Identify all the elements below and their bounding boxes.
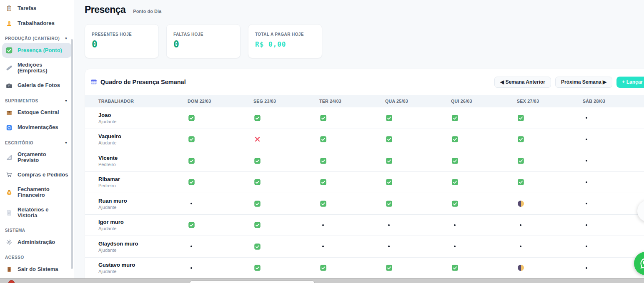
worker-name: Gustavo muro [98, 262, 188, 268]
stat-label: TOTAL A PAGAR HOJE [255, 32, 315, 37]
attendance-cell[interactable] [451, 215, 517, 236]
attendance-cell[interactable] [253, 258, 319, 279]
attendance-cell[interactable] [188, 193, 253, 214]
sidebar-section-header[interactable]: PRODUÇÃO (CANTEIRO) ▼ [0, 31, 74, 43]
launch-button[interactable]: + Lançar [616, 77, 644, 88]
attendance-cell[interactable] [319, 258, 385, 279]
attendance-cell[interactable] [253, 150, 319, 171]
attendance-cell[interactable] [319, 107, 385, 129]
attendance-cell[interactable] [583, 107, 644, 129]
present-check-icon [188, 222, 195, 228]
attendance-cell[interactable] [319, 172, 385, 193]
sidebar-item-trabalhadores[interactable]: Trabalhadores [2, 16, 72, 31]
attendance-cell[interactable] [451, 129, 517, 150]
previous-week-button[interactable]: ◀ Semana Anterior [494, 77, 551, 88]
sidebar-item-medicoes-empreitas[interactable]: Medições (Empreitas) [2, 58, 72, 78]
attendance-cell[interactable] [583, 236, 644, 257]
sidebar-item-estoque-central[interactable]: Estoque Central [2, 105, 72, 120]
attendance-cell[interactable] [451, 107, 517, 129]
ruler-icon [6, 65, 13, 71]
sidebar-item-orcamento-previsto[interactable]: Orçamento Previsto [2, 147, 72, 168]
attendance-cell[interactable] [517, 236, 583, 257]
sidebar-section-header[interactable]: ACESSO [0, 250, 74, 262]
empty-dot-icon [586, 267, 587, 269]
attendance-cell[interactable] [385, 150, 451, 171]
sidebar-item-label: Sair do Sistema [18, 266, 58, 272]
sidebar-item-relatorios-e-vistoria[interactable]: Relatórios e Vistoria [2, 203, 72, 223]
cart-icon [6, 171, 13, 178]
empty-dot-icon [322, 246, 324, 247]
attendance-cell[interactable] [319, 129, 385, 150]
attendance-cell[interactable] [319, 193, 385, 214]
attendance-cell[interactable] [583, 193, 644, 214]
sidebar-section-header[interactable]: ESCRITÓRIO ▼ [0, 135, 74, 147]
attendance-cell[interactable] [385, 193, 451, 214]
attendance-cell[interactable] [253, 129, 319, 150]
attendance-cell[interactable] [517, 129, 583, 150]
sidebar-item-sair-do-sistema[interactable]: Sair do Sistema [2, 262, 72, 277]
attendance-cell[interactable] [319, 236, 385, 257]
attendance-cell[interactable] [517, 150, 583, 171]
sidebar-item-tarefas[interactable]: Tarefas [2, 1, 72, 16]
attendance-cell[interactable] [385, 215, 451, 236]
attendance-cell[interactable] [319, 150, 385, 171]
attendance-cell[interactable] [188, 258, 253, 279]
attendance-cell[interactable] [385, 129, 451, 150]
sidebar-section-label: ACESSO [5, 255, 24, 260]
board-title: Quadro de Presença Semanal [90, 79, 186, 85]
column-header: SÁB 28/03 [583, 99, 644, 104]
attendance-cell[interactable] [188, 107, 253, 129]
empty-dot-icon [586, 160, 587, 161]
attendance-cell[interactable] [451, 236, 517, 257]
attendance-cell[interactable] [517, 258, 583, 279]
attendance-cell[interactable] [583, 215, 644, 236]
attendance-cell[interactable] [188, 215, 253, 236]
sidebar-section-header[interactable]: SUPRIMENTOS ▼ [0, 93, 74, 105]
attendance-cell[interactable] [583, 129, 644, 150]
attendance-cell[interactable] [319, 215, 385, 236]
sidebar-item-movimentacoes[interactable]: Movimentações [2, 120, 72, 135]
present-check-icon [254, 158, 261, 164]
attendance-cell[interactable] [451, 258, 517, 279]
attendance-cell[interactable] [517, 172, 583, 193]
attendance-cell[interactable] [253, 236, 319, 257]
empty-dot-icon [586, 246, 587, 247]
sidebar-item-presenca-ponto[interactable]: Presença (Ponto) [2, 43, 72, 58]
attendance-cell[interactable] [385, 172, 451, 193]
app-window: Tarefas Trabalhadores PRODUÇÃO (CANTEIRO… [0, 0, 644, 283]
attendance-cell[interactable] [583, 172, 644, 193]
sidebar-item-fechamento-financeiro[interactable]: Fechamento Financeiro [2, 182, 72, 203]
attendance-cell[interactable] [188, 150, 253, 171]
empty-dot-icon [586, 224, 587, 226]
attendance-cell[interactable] [451, 150, 517, 171]
worker-name: VIcente [98, 155, 188, 161]
taskbar-search[interactable] [190, 281, 315, 283]
next-week-button[interactable]: Próxima Semana ▶ [555, 77, 612, 88]
attendance-cell[interactable] [188, 172, 253, 193]
attendance-cell[interactable] [253, 107, 319, 129]
attendance-cell[interactable] [451, 172, 517, 193]
attendance-cell[interactable] [188, 236, 253, 257]
attendance-cell[interactable] [583, 150, 644, 171]
attendance-cell[interactable] [451, 193, 517, 214]
worker-cell: VIcente Pedreiro [85, 155, 188, 167]
attendance-cell[interactable] [517, 215, 583, 236]
attendance-cell[interactable] [253, 215, 319, 236]
sidebar-scrollbar[interactable] [71, 39, 73, 269]
present-check-icon [320, 136, 326, 142]
attendance-cell[interactable] [385, 258, 451, 279]
attendance-cell[interactable] [517, 193, 583, 214]
attendance-cell[interactable] [385, 107, 451, 129]
empty-dot-icon [586, 203, 587, 204]
attendance-cell[interactable] [253, 172, 319, 193]
attendance-cell[interactable] [253, 193, 319, 214]
sidebar-section-header[interactable]: SISTEMA [0, 223, 74, 235]
sync-icon [6, 124, 13, 131]
sidebar-item-administracao[interactable]: Administração [2, 235, 72, 250]
sidebar-item-compras-e-pedidos[interactable]: Compras e Pedidos [2, 167, 72, 182]
attendance-cell[interactable] [188, 129, 253, 150]
attendance-cell[interactable] [517, 107, 583, 129]
taskbar-app-icon[interactable] [8, 280, 15, 283]
sidebar-item-galeria-de-fotos[interactable]: Galeria de Fotos [2, 78, 72, 93]
attendance-cell[interactable] [385, 236, 451, 257]
